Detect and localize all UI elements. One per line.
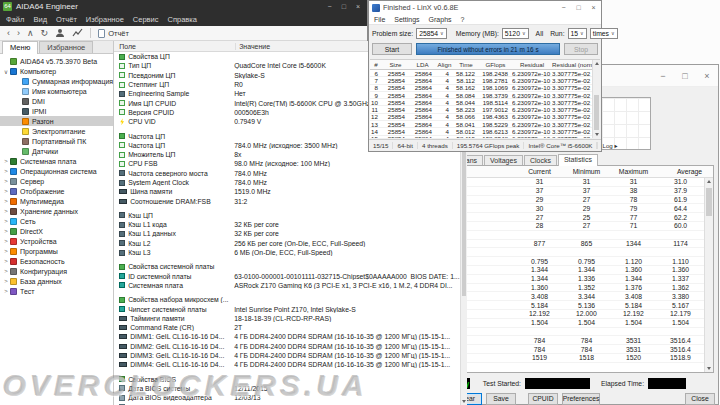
sidebar-item[interactable]: Портативный ПК	[0, 136, 113, 146]
cell: 4	[436, 92, 453, 99]
menu-item[interactable]: Отчёт	[56, 15, 77, 24]
tab-statistics[interactable]: Statistics	[558, 154, 598, 166]
tab-menu[interactable]: Меню	[2, 41, 38, 54]
close-button[interactable]: Close	[685, 393, 715, 405]
sensor-min: 784	[563, 337, 610, 344]
db-icon	[10, 278, 17, 285]
chart-icon[interactable]	[72, 28, 83, 38]
all-label[interactable]: All	[536, 30, 544, 37]
run-count-select[interactable]: 15∨	[568, 28, 587, 39]
cell: 4	[436, 70, 453, 77]
sidebar-item[interactable]: >Безопасность	[0, 256, 113, 266]
sec-icon	[10, 258, 17, 265]
refresh-icon[interactable]: ↻	[41, 28, 49, 38]
start-button[interactable]: Start	[372, 43, 412, 55]
cell: 25854	[382, 92, 409, 99]
sidebar-item[interactable]: >База данных	[0, 276, 113, 286]
scroll-up-icon[interactable]	[707, 180, 711, 183]
cell: 8	[370, 84, 382, 91]
scroll-up-icon[interactable]	[595, 62, 599, 65]
menu-item[interactable]: Сервис	[133, 15, 159, 24]
maximize-icon[interactable]: □	[342, 3, 346, 10]
menu-item[interactable]: Избранное	[86, 15, 124, 24]
scroll-down-icon[interactable]	[707, 367, 711, 370]
maximize-icon[interactable]: □	[674, 71, 696, 81]
up-icon[interactable]: ∧	[27, 28, 34, 38]
field-cell: DIMM3: GeIL CL16-16-16 D4...	[114, 352, 234, 359]
sidebar-item[interactable]: >Программы	[0, 246, 113, 256]
run-mode-select[interactable]: times∨	[590, 28, 618, 39]
scrollbar-thumb[interactable]	[594, 95, 599, 130]
close-icon[interactable]: ×	[586, 4, 601, 11]
save-button[interactable]: Save	[486, 393, 516, 405]
sidebar-item[interactable]: DMI	[0, 96, 113, 106]
sidebar-item[interactable]: Имя компьютера	[0, 86, 113, 96]
stop-button[interactable]: Stop	[564, 43, 598, 55]
sidebar-item[interactable]: Электропитание	[0, 126, 113, 136]
scroll-down-icon[interactable]	[462, 400, 466, 403]
log-toggle[interactable]: Log ▸	[597, 142, 621, 149]
menu-item[interactable]: Вид	[33, 15, 47, 24]
cell: 6.230972e-10	[512, 135, 552, 138]
scroll-down-icon[interactable]	[595, 133, 599, 136]
scrollbar-thumb[interactable]	[706, 188, 712, 216]
aida64-titlebar[interactable]: 64 AIDA64 Engineer − □ ×	[0, 0, 367, 13]
field-cell: Кэш L1 данных	[114, 230, 234, 237]
statistics-scrollbar[interactable]	[704, 178, 713, 372]
user-icon[interactable]	[55, 28, 65, 38]
sidebar-item[interactable]: >Хранение данных	[0, 206, 113, 216]
aida64-sidebar: Меню Избранное AIDA64 v5.75.3970 Beta∨Ко…	[0, 41, 114, 405]
cpuid-button[interactable]: CPUID	[528, 393, 558, 405]
sidebar-item[interactable]: ∨Компьютер	[0, 66, 113, 76]
sidebar-item[interactable]: >Операционная система	[0, 166, 113, 176]
sidebar-item[interactable]: >Сервер	[0, 176, 113, 186]
cell: 3.307775e-02	[552, 77, 594, 84]
preferences-button[interactable]: Preferences	[562, 393, 600, 405]
sidebar-item[interactable]: >Тест	[0, 286, 113, 296]
sidebar-item[interactable]: >Конфигурация	[0, 266, 113, 276]
table-row: Чипсет системной платыIntel Sunrise Poin…	[114, 304, 459, 313]
report-button[interactable]: Отчёт	[98, 29, 129, 38]
close-icon[interactable]: ×	[356, 3, 360, 10]
sidebar-item[interactable]: >Мультимедиа	[0, 196, 113, 206]
menu-item[interactable]: Справка	[168, 15, 197, 24]
field-label: Псевдоним ЦП	[128, 72, 175, 79]
forward-icon[interactable]: ›	[17, 28, 20, 38]
close-icon[interactable]: ×	[696, 71, 718, 81]
menu-item[interactable]: File	[374, 16, 385, 23]
sensor-min: 31	[563, 178, 610, 185]
tab-favorites[interactable]: Избранное	[39, 41, 93, 53]
menu-item[interactable]: Файл	[6, 15, 24, 24]
sidebar-item[interactable]: Датчики	[0, 146, 113, 156]
menu-item[interactable]: ?	[461, 16, 465, 23]
menu-item[interactable]: Graphs	[429, 16, 452, 23]
problem-size-select[interactable]: 25854∨	[416, 28, 447, 39]
sidebar-item[interactable]: >Отображение	[0, 186, 113, 196]
field-cell: Частота северного моста	[114, 170, 234, 177]
field-label: ID системной платы	[128, 273, 191, 280]
field-cell: Дата BIOS системы	[114, 385, 234, 392]
table-row: Кэш L1 данных32 КБ per core	[114, 229, 459, 238]
minimize-icon[interactable]: −	[652, 71, 674, 81]
sidebar-item[interactable]: >Системная плата	[0, 156, 113, 166]
tab-clocks[interactable]: Clocks	[524, 155, 557, 165]
tree-arrow-icon: >	[2, 278, 10, 284]
sidebar-item[interactable]: IPMI	[0, 106, 113, 116]
sidebar-item[interactable]: >Устройства	[0, 236, 113, 246]
sensor-current: 27	[516, 214, 563, 221]
minimize-icon[interactable]: −	[328, 3, 332, 10]
tab-voltages[interactable]: Voltages	[484, 155, 523, 165]
sidebar-item[interactable]: AIDA64 v5.75.3970 Beta	[0, 56, 113, 66]
sidebar-item[interactable]: Разгон	[0, 116, 113, 126]
sidebar-item[interactable]: >DirectX	[0, 226, 113, 236]
sidebar-tree: AIDA64 v5.75.3970 Beta∨КомпьютерСуммарна…	[0, 54, 113, 405]
menu-item[interactable]: Settings	[394, 16, 419, 23]
memory-select[interactable]: 5120∨	[502, 28, 529, 39]
back-icon[interactable]: ‹	[7, 28, 10, 38]
linx-titlebar[interactable]: Finished - LinX v0.6.8E − □ ×	[369, 1, 601, 14]
maximize-icon[interactable]: □	[571, 4, 586, 11]
sidebar-item[interactable]: >Сеть	[0, 216, 113, 226]
sidebar-item[interactable]: Суммарная информация	[0, 76, 113, 86]
linx-table-scrollbar[interactable]	[592, 60, 600, 138]
minimize-icon[interactable]: −	[556, 4, 571, 11]
